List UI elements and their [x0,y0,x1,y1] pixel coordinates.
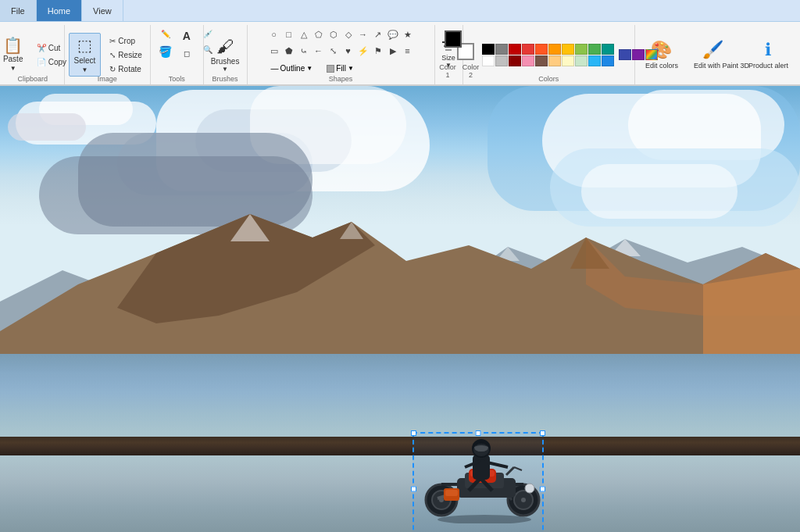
brushes-icon: 🖌 [216,37,234,57]
swatch-lt-yellow[interactable] [562,55,574,66]
ground-shore [0,437,800,455]
swatch-blue[interactable] [602,55,614,66]
swatch-maroon[interactable] [509,55,521,66]
rotate-button[interactable]: ↻ Rotate [105,62,146,76]
pencil-button[interactable]: ✏️ [155,27,176,41]
swatch-rainbow[interactable] [645,49,658,60]
swatch-gray[interactable] [495,44,508,55]
shape-heart[interactable]: ♥ [341,43,355,59]
rotate-icon: ↻ [109,65,116,73]
handle-tm[interactable] [476,430,481,436]
swatch-tan[interactable] [548,55,561,66]
swatch-red[interactable] [522,44,534,55]
shape-curve-arrow[interactable]: ⤿ [297,43,311,59]
swatch-indigo[interactable] [619,49,631,60]
swatch-orange[interactable] [535,44,548,55]
color1-swatch[interactable] [445,30,462,48]
swatch-yellow[interactable] [562,44,574,55]
shape-triangle[interactable]: △ [297,27,311,42]
photo-scene [0,86,800,532]
shape-rhombus[interactable]: ⬟ [282,43,296,59]
fill-button[interactable]: 🪣 [155,42,176,61]
product-alert-icon: ℹ [765,40,771,60]
text-button[interactable]: A [177,27,197,45]
shape-four-arrow[interactable]: ⤡ [327,43,341,59]
handle-tl[interactable] [411,430,416,436]
edit-paint3d-button[interactable]: 🖌️ Edit with Paint 3D [687,36,740,73]
tab-home-label: Home [48,6,70,16]
swatch-sky-blue[interactable] [588,55,601,66]
eraser-button[interactable]: ◻ [177,46,197,61]
paste-button[interactable]: 📋 Paste ▼ [0,31,31,78]
paste-icon: 📋 [3,37,23,53]
cut-icon: ✂️ [37,44,46,52]
shape-diamond[interactable]: ◇ [341,27,355,42]
select-icon: ⬚ [77,36,92,55]
swatch-green[interactable] [588,44,601,55]
canvas-area[interactable] [0,86,800,532]
tab-file-label: File [11,6,25,16]
shape-pentagon[interactable]: ⬠ [312,27,326,42]
shape-scroll[interactable]: ≡ [401,43,415,59]
pencil-icon: ✏️ [161,30,170,38]
shape-rect[interactable]: □ [282,27,296,42]
brushes-button[interactable]: 🖌 Brushes ▼ [204,33,247,77]
shape-flag[interactable]: ⚑ [371,43,385,59]
outline-button[interactable]: — Outline ▼ [267,62,317,75]
tab-view-label: View [93,6,112,16]
swatch-white[interactable] [482,55,495,66]
handle-ml[interactable] [411,486,416,491]
select-button[interactable]: ⬚ Select ▼ [69,33,102,77]
color-palette [482,44,614,66]
swatch-lt-gray[interactable] [495,55,508,66]
resize-icon: ⤡ [109,51,116,59]
outline-icon: — [271,64,279,73]
shapes-grid: ○ □ △ ⬠ ⬡ ◇ → ↗ 💬 ★ ▭ ⬟ ⤿ ← ⤡ ♥ ⚡ ⚑ ▶ ≡ [267,27,415,59]
text-icon: A [183,30,191,42]
swatch-teal[interactable] [602,44,614,55]
resize-button[interactable]: ⤡ Resize [105,48,146,62]
shape-callout[interactable]: 💬 [386,27,400,42]
swatch-red-dark[interactable] [509,44,521,55]
tab-file[interactable]: File [0,0,37,21]
swatch-purple[interactable] [632,49,645,60]
shape-hexagon[interactable]: ⬡ [327,27,341,42]
copy-icon: 📄 [37,58,46,66]
fill-dropdown-icon [327,65,334,73]
shape-arrow-right[interactable]: → [356,27,370,42]
swatch-lt-green[interactable] [575,55,588,66]
product-alert-button[interactable]: ℹ Product alert [741,36,795,73]
fill-icon: 🪣 [159,45,172,58]
shape-more[interactable]: ▶ [386,43,400,59]
edit-paint3d-icon: 🖌️ [702,40,723,60]
cloud-3 [8,113,86,141]
shape-star[interactable]: ★ [401,27,415,42]
tab-view[interactable]: View [82,0,123,21]
swatch-lime[interactable] [575,44,588,55]
swatch-yellow-orange[interactable] [548,44,561,55]
crop-button[interactable]: ✂ Crop [105,34,146,48]
shape-oval[interactable]: ○ [267,27,281,42]
handle-tr[interactable] [540,430,545,436]
handle-mr[interactable] [540,486,545,491]
shape-lightning[interactable]: ⚡ [356,43,370,59]
shape-rounded-rect[interactable]: ▭ [267,43,281,59]
crop-icon: ✂ [109,37,116,45]
shape-arrow-left[interactable]: ← [312,43,326,59]
swatch-pink[interactable] [522,55,534,66]
tab-home[interactable]: Home [37,0,82,21]
fill-dropdown-button[interactable]: Fill ▼ [323,62,358,75]
swatch-brown[interactable] [535,55,548,66]
swatch-black[interactable] [482,44,495,55]
selection-box[interactable] [412,432,544,532]
shape-arrow-up[interactable]: ↗ [371,27,385,42]
eraser-icon: ◻ [184,49,190,58]
